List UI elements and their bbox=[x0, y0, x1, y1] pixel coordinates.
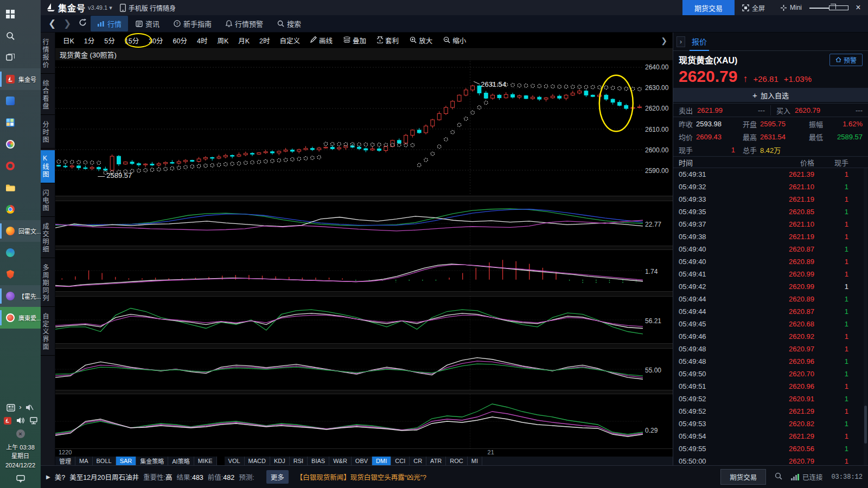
search-icon[interactable] bbox=[775, 472, 782, 481]
volume-icon[interactable] bbox=[16, 416, 25, 426]
indicator-pane-5-plot[interactable] bbox=[55, 394, 643, 448]
indicator-tab-ROC[interactable]: ROC bbox=[446, 457, 467, 465]
more-button[interactable]: 更多 bbox=[266, 470, 289, 484]
indicator-pane-2-plot[interactable] bbox=[55, 250, 643, 291]
restore-button[interactable] bbox=[829, 3, 848, 12]
indicator-tab-AI策略[interactable]: AI策略 bbox=[168, 457, 194, 465]
tick-row[interactable]: 05:49:442620.891 bbox=[673, 293, 868, 305]
widgets-icon[interactable] bbox=[6, 403, 16, 413]
play-icon[interactable]: ▶ bbox=[46, 474, 50, 480]
tool-叠加[interactable]: 叠加 bbox=[339, 34, 371, 47]
taskbar-item[interactable] bbox=[0, 25, 41, 47]
taskbar-item[interactable] bbox=[0, 264, 41, 285]
tick-row[interactable]: 05:49:482620.961 bbox=[673, 355, 868, 368]
taskbar-item[interactable] bbox=[0, 47, 41, 68]
timeframe-周K[interactable]: 周K bbox=[213, 34, 233, 47]
mini-mode-button[interactable]: Mini bbox=[773, 4, 809, 11]
tray-expand-icon[interactable]: › bbox=[19, 403, 21, 413]
sidebar-tab-综合看盘[interactable]: 综合看盘 bbox=[41, 75, 55, 115]
futures-trade-button[interactable]: 期货交易 bbox=[682, 0, 735, 15]
calendar-event[interactable]: 美至12月20日周石油井 bbox=[69, 472, 139, 482]
tick-row[interactable]: 05:49:452620.681 bbox=[673, 318, 868, 330]
minimize-button[interactable] bbox=[809, 3, 829, 12]
tool-套利[interactable]: ¥套利 bbox=[372, 34, 404, 47]
tick-row[interactable]: 05:49:462620.921 bbox=[673, 330, 868, 343]
tick-row[interactable]: 05:49:352620.851 bbox=[673, 206, 868, 218]
sidebar-tab-成交明细[interactable]: 成交明细 bbox=[41, 219, 55, 258]
tick-row[interactable]: 05:49:512620.961 bbox=[673, 380, 868, 393]
tool-画线[interactable]: 画线 bbox=[305, 34, 337, 47]
indicator-tab-CR[interactable]: CR bbox=[410, 457, 426, 465]
nav-item-search[interactable]: 搜索 bbox=[271, 16, 308, 31]
indicator-tab-W&R[interactable]: W&R bbox=[329, 457, 352, 465]
timeframe-30分[interactable]: 30分 bbox=[144, 34, 167, 47]
timeframe-scroll-icon[interactable]: ❯ bbox=[661, 36, 669, 45]
indicator-tab-CCI[interactable]: CCI bbox=[391, 457, 410, 465]
sidebar-tab-行情报价[interactable]: 行情报价 bbox=[41, 34, 55, 74]
indicator-tab-BIAS[interactable]: BIAS bbox=[308, 457, 329, 465]
tick-row[interactable]: 05:49:382621.191 bbox=[673, 230, 868, 243]
indicator-tab-RSI[interactable]: RSI bbox=[290, 457, 308, 465]
taskbar-item-集金号[interactable]: 集金号 bbox=[0, 68, 41, 90]
indicator-pane-4-plot[interactable] bbox=[55, 349, 643, 390]
network-icon[interactable] bbox=[29, 416, 39, 426]
tick-table[interactable]: 05:49:312621.39105:49:322621.10105:49:33… bbox=[673, 168, 868, 465]
tool-放大[interactable]: 放大 bbox=[405, 34, 437, 47]
taskbar-item[interactable] bbox=[0, 177, 41, 198]
indicator-tab-VOL[interactable]: VOL bbox=[225, 457, 245, 465]
indicator-pane-1-plot[interactable] bbox=[55, 201, 643, 246]
sidebar-tab-分时图[interactable]: 分时图 bbox=[41, 117, 55, 149]
fullscreen-button[interactable]: 全屏 bbox=[735, 3, 773, 12]
forward-icon[interactable]: ❯ bbox=[60, 18, 74, 29]
tick-row[interactable]: 05:49:522620.911 bbox=[673, 393, 868, 405]
indicator-tab-MACD[interactable]: MACD bbox=[245, 457, 270, 465]
tick-row[interactable]: 05:49:542621.291 bbox=[673, 430, 868, 442]
tick-row[interactable]: 05:49:402620.891 bbox=[673, 255, 868, 268]
tick-row[interactable]: 05:49:532620.821 bbox=[673, 418, 868, 430]
taskbar-item[interactable] bbox=[0, 242, 41, 264]
timeframe-5分[interactable]: 5分 bbox=[100, 34, 119, 47]
jijinhao-tray-icon[interactable] bbox=[3, 416, 12, 426]
sidebar-tab-K线图[interactable]: K线图 bbox=[41, 150, 55, 183]
close-button[interactable]: × bbox=[848, 3, 868, 12]
mute-icon[interactable] bbox=[25, 403, 35, 413]
notification-icon[interactable] bbox=[16, 474, 25, 484]
tick-row[interactable]: 05:50:002620.791 bbox=[673, 455, 868, 465]
tick-row[interactable]: 05:49:482620.971 bbox=[673, 343, 868, 355]
refresh-icon[interactable] bbox=[75, 18, 90, 29]
tick-row[interactable]: 05:49:332621.191 bbox=[673, 193, 868, 206]
mobile-qr-link[interactable]: 手机版 行情随身 bbox=[120, 3, 176, 12]
close-circle-icon[interactable]: × bbox=[16, 429, 25, 439]
tick-row[interactable]: 05:49:422620.991 bbox=[673, 280, 868, 293]
tick-row[interactable]: 05:49:442620.871 bbox=[673, 305, 868, 318]
indicator-tab-MIKE[interactable]: MIKE bbox=[194, 457, 217, 465]
taskbar-item-回霍文...[interactable]: 回霍文... bbox=[0, 220, 41, 242]
tick-row[interactable]: 05:49:412620.991 bbox=[673, 268, 868, 280]
taskbar-item-廣東愛...[interactable]: 廣東愛... bbox=[0, 307, 41, 329]
taskbar-item-【霍先...[interactable]: 【霍先... bbox=[0, 285, 41, 307]
scrollbar[interactable] bbox=[864, 168, 867, 465]
tab-quote[interactable]: 报价 bbox=[690, 33, 709, 51]
candlestick-chart[interactable]: 2631.542589.57 bbox=[55, 61, 643, 196]
scrollbar-thumb[interactable] bbox=[864, 406, 867, 444]
alert-button[interactable]: 预警 bbox=[829, 54, 863, 66]
app-version[interactable]: v3.49.1 ▾ bbox=[88, 4, 112, 11]
indicator-tab-DMI[interactable]: DMI bbox=[372, 457, 391, 465]
tool-缩小[interactable]: 缩小 bbox=[438, 34, 471, 47]
timeframe-月K[interactable]: 月K bbox=[234, 34, 254, 47]
tick-row[interactable]: 05:49:322621.101 bbox=[673, 181, 868, 193]
nav-item-quotes[interactable]: 行情 bbox=[91, 16, 128, 31]
add-watchlist-button[interactable]: + 加入自选 bbox=[673, 88, 868, 102]
taskbar-item[interactable] bbox=[0, 198, 41, 220]
taskbar-item[interactable] bbox=[0, 3, 41, 25]
timeframe-15分[interactable]: 15分 bbox=[120, 34, 143, 47]
futures-trade-button-bottom[interactable]: 期货交易 bbox=[720, 469, 766, 485]
news-headline[interactable]: 【白银现货新闻】现货白银空头再露“凶光”? bbox=[296, 472, 426, 482]
taskbar-item[interactable] bbox=[0, 90, 41, 112]
timeframe-4时[interactable]: 4时 bbox=[193, 34, 212, 47]
timeframe-1分[interactable]: 1分 bbox=[80, 34, 99, 47]
indicator-tab-管理[interactable]: 管理 bbox=[55, 457, 75, 465]
timeframe-60分[interactable]: 60分 bbox=[169, 34, 192, 47]
nav-item-alerts[interactable]: 行情预警 bbox=[219, 16, 270, 31]
indicator-tab-MI[interactable]: MI bbox=[468, 457, 482, 465]
